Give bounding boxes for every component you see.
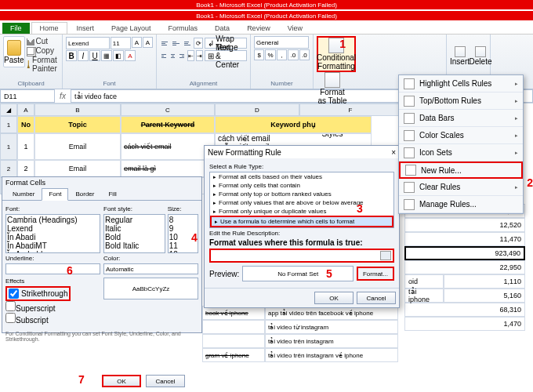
rule-type-item[interactable]: Format only cells that contain <box>210 181 393 190</box>
superscript-checkbox[interactable]: Superscript <box>5 306 56 313</box>
tab-formulas[interactable]: Formulas <box>161 23 206 34</box>
tab-data[interactable]: Data <box>207 23 237 34</box>
fc-underline-select[interactable] <box>5 263 100 274</box>
increase-decimal-button[interactable]: .0 <box>288 49 298 60</box>
ok-button[interactable]: OK <box>102 375 141 387</box>
row-header[interactable]: 1 <box>0 133 17 160</box>
merge-center-button[interactable]: ⊞Merge & Center <box>205 50 247 61</box>
rule-type-item[interactable]: Format only values that are above or bel… <box>210 198 393 207</box>
align-left-button[interactable] <box>160 51 168 60</box>
cf-top-bottom-rules[interactable]: Top/Bottom Rules▸ <box>399 93 523 110</box>
tab-file[interactable]: File <box>2 23 30 34</box>
number-format-select[interactable]: General <box>254 36 309 49</box>
paste-button[interactable]: Paste <box>3 36 25 67</box>
cell[interactable]: 1 <box>17 133 34 160</box>
cf-icon-sets[interactable]: Icon Sets▸ <box>399 144 523 162</box>
align-center-button[interactable] <box>169 51 177 60</box>
cell[interactable] <box>202 320 265 334</box>
cell[interactable] <box>202 334 265 348</box>
align-bottom-button[interactable] <box>183 38 192 48</box>
align-middle-button[interactable] <box>171 38 180 48</box>
cf-manage-rules[interactable]: Manage Rules... <box>399 196 523 213</box>
subscript-checkbox[interactable]: Subscript <box>5 318 49 325</box>
cell[interactable]: Email <box>34 160 121 177</box>
close-icon[interactable]: × <box>391 148 396 157</box>
fill-color-button[interactable]: ◧ <box>113 50 124 61</box>
strikethrough-checkbox[interactable]: Strikethrough <box>5 286 71 301</box>
cut-button[interactable]: Cut <box>27 37 61 45</box>
cell[interactable]: 923,490 <box>404 246 525 260</box>
row-header[interactable]: 1 <box>0 116 17 133</box>
cell[interactable]: Email <box>34 133 121 160</box>
cell[interactable]: 68,310 <box>404 303 525 317</box>
cell[interactable]: email là gì <box>121 160 215 177</box>
italic-button[interactable]: I <box>78 50 89 61</box>
dialog-cancel-button[interactable]: Cancel <box>357 292 396 304</box>
increase-font-button[interactable]: A <box>132 37 142 48</box>
copy-button[interactable]: Copy <box>27 46 61 55</box>
col-header-c[interactable]: C <box>121 103 215 116</box>
cell[interactable]: oid <box>404 274 444 289</box>
name-box[interactable]: D11 <box>0 89 55 103</box>
cell[interactable]: No <box>17 116 34 133</box>
border-button[interactable]: ▦ <box>101 50 112 61</box>
cell[interactable]: cách viết email <box>121 133 215 160</box>
cf-new-rule[interactable]: New Rule... <box>399 162 523 179</box>
decrease-font-button[interactable]: A <box>143 37 153 48</box>
cell[interactable]: 11,470 <box>404 232 525 246</box>
fc-tab-number[interactable]: Number <box>5 188 42 200</box>
select-all-cell[interactable]: ◢ <box>0 103 17 116</box>
cell[interactable]: tải video trên instagram <box>265 334 398 348</box>
cf-data-bars[interactable]: Data Bars▸ <box>399 110 523 127</box>
cell[interactable]: tải video trên instagram về iphone <box>265 348 398 362</box>
decrease-indent-button[interactable]: ⇤ <box>187 50 194 61</box>
increase-indent-button[interactable]: ⇥ <box>196 50 203 61</box>
cell[interactable]: 22,950 <box>404 260 525 274</box>
cell[interactable]: 2 <box>17 160 34 177</box>
tab-home[interactable]: Home <box>31 22 67 34</box>
fc-tab-fill[interactable]: Fill <box>101 188 123 200</box>
fc-tab-font[interactable]: Font <box>42 188 68 201</box>
fc-tab-border[interactable]: Border <box>68 188 101 200</box>
delete-cells-button[interactable]: Delete <box>470 36 491 75</box>
underline-button[interactable]: U <box>89 50 100 61</box>
rule-type-item[interactable]: Format only top or bottom ranked values <box>210 190 393 198</box>
cell[interactable]: 5,160 <box>444 289 525 303</box>
cell[interactable]: tải video từ instagram <box>265 320 398 334</box>
format-as-table-button[interactable]: Format as Table <box>317 72 348 105</box>
range-selector-button[interactable] <box>380 251 391 260</box>
cell[interactable]: Parent Keyword <box>121 116 215 133</box>
cell[interactable]: Topic <box>34 116 121 133</box>
fc-color-select[interactable]: Automatic <box>103 263 198 274</box>
format-button[interactable]: Format... <box>357 267 394 281</box>
rule-type-item[interactable]: Format all cells based on their values <box>210 172 393 181</box>
conditional-formatting-button[interactable]: Conditional Formatting <box>317 36 356 72</box>
formula-input-box[interactable] <box>209 249 394 263</box>
rule-type-item-formula[interactable]: Use a formula to determine which cells t… <box>210 216 393 227</box>
dialog-ok-button[interactable]: OK <box>314 292 354 304</box>
col-header-a[interactable]: A <box>17 103 34 116</box>
tab-insert[interactable]: Insert <box>69 23 103 34</box>
insert-cells-button[interactable]: Insert <box>450 36 470 75</box>
cf-color-scales[interactable]: Color Scales▸ <box>399 127 523 144</box>
fc-font-list[interactable]: Cambria (Headings)LexendῘn AbadiῘn Abadi… <box>5 214 100 253</box>
row-header[interactable]: 2 <box>0 160 17 177</box>
cell[interactable]: gram về iphone <box>202 348 265 362</box>
col-header-d[interactable]: D <box>215 103 299 116</box>
cell[interactable]: 1,470 <box>404 317 525 331</box>
orientation-button[interactable]: ⟳ <box>194 38 203 49</box>
tab-page-layout[interactable]: Page Layout <box>103 23 159 34</box>
align-top-button[interactable] <box>160 38 169 48</box>
font-name-select[interactable]: Lexend <box>66 37 110 49</box>
currency-button[interactable]: $ <box>254 49 264 60</box>
bold-button[interactable]: B <box>66 50 77 61</box>
align-right-button[interactable] <box>178 51 186 60</box>
cf-highlight-rules[interactable]: Highlight Cells Rules▸ <box>399 75 523 93</box>
cancel-button[interactable]: Cancel <box>146 375 185 387</box>
cell[interactable]: Keyword phụ <box>215 116 372 133</box>
tab-view[interactable]: View <box>280 23 310 34</box>
format-painter-button[interactable]: Format Painter <box>27 56 61 73</box>
cell[interactable]: 1,110 <box>444 274 525 289</box>
fc-style-list[interactable]: RegularItalicBoldBold Italic <box>103 214 165 253</box>
font-color-button[interactable]: A <box>125 50 136 61</box>
